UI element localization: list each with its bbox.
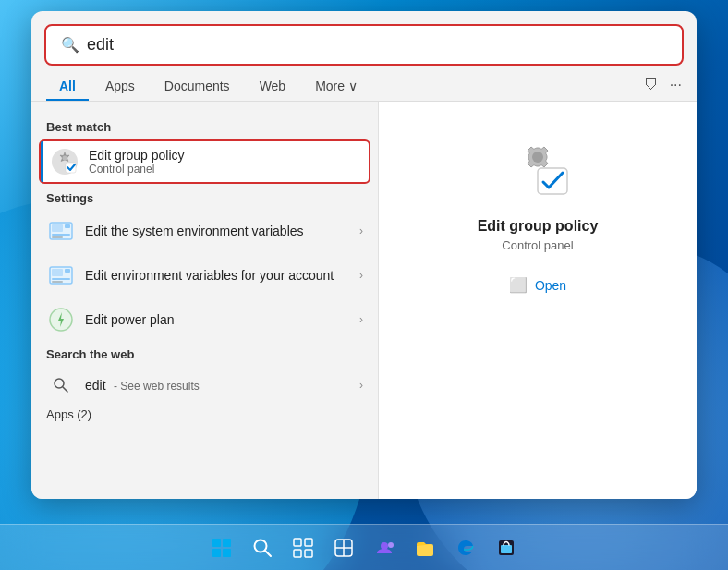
right-pane: Edit group policy Control panel ⬜ Open — [378, 102, 697, 499]
windows-logo-icon — [212, 538, 232, 558]
taskbar — [0, 524, 728, 570]
svg-point-16 — [532, 152, 543, 163]
system-env-icon — [46, 216, 76, 246]
svg-rect-7 — [52, 236, 63, 238]
search-bar[interactable]: 🔍 — [44, 24, 684, 66]
arrow-icon-1: › — [359, 224, 363, 237]
taskview-button[interactable] — [286, 531, 320, 564]
svg-rect-10 — [65, 269, 70, 273]
edge-button[interactable] — [449, 531, 482, 564]
svg-rect-11 — [52, 278, 70, 280]
best-match-subtitle: Control panel — [89, 163, 359, 176]
tab-documents[interactable]: Documents — [152, 73, 243, 101]
detail-title: Edit group policy — [478, 218, 599, 235]
tab-apps[interactable]: Apps — [92, 73, 148, 101]
settings-item-env-vars-title: Edit the system environment variables — [85, 224, 350, 238]
svg-line-23 — [265, 551, 271, 556]
web-search-text: edit - See web results — [85, 377, 350, 394]
settings-item-user-env-title: Edit environment variables for your acco… — [85, 268, 350, 283]
settings-item-power-plan-title: Edit power plan — [85, 312, 350, 327]
taskview-icon — [293, 538, 313, 558]
tabs-row: All Apps Documents Web More ∨ ⛉ ··· — [31, 66, 697, 102]
more-options-icon[interactable]: ··· — [670, 77, 682, 93]
apps-count: Apps (2) — [31, 406, 378, 432]
settings-item-env-vars[interactable]: Edit the system environment variables › — [31, 209, 378, 253]
svg-line-15 — [63, 387, 67, 392]
group-policy-detail-icon — [501, 129, 575, 203]
detail-subtitle: Control panel — [502, 238, 573, 252]
arrow-icon-web: › — [359, 379, 363, 392]
svg-point-32 — [388, 542, 394, 548]
web-search-icon — [46, 370, 76, 400]
explorer-icon — [415, 538, 435, 558]
settings-item-user-env[interactable]: Edit environment variables for your acco… — [31, 253, 378, 297]
left-pane: Best match Edit group polic — [31, 102, 378, 499]
search-panel: 🔍 All Apps Documents Web More ∨ ⛉ ··· Be… — [31, 11, 697, 499]
widgets-button[interactable] — [327, 531, 360, 564]
svg-rect-35 — [501, 545, 512, 553]
power-plan-icon — [46, 305, 76, 334]
widgets-icon — [334, 538, 354, 558]
svg-rect-25 — [305, 539, 312, 546]
settings-item-power-plan[interactable]: Edit power plan › — [31, 297, 378, 342]
teams-icon — [374, 538, 394, 558]
settings-item-power-plan-text: Edit power plan — [85, 312, 350, 327]
open-icon: ⬜ — [509, 276, 528, 294]
user-env-icon — [46, 261, 76, 290]
tab-all[interactable]: All — [46, 73, 89, 101]
svg-rect-18 — [212, 539, 221, 547]
search-taskbar-button[interactable] — [246, 531, 279, 564]
open-label: Open — [535, 278, 566, 293]
svg-rect-19 — [223, 539, 231, 547]
search-input[interactable] — [87, 35, 667, 55]
explorer-button[interactable] — [408, 531, 442, 564]
svg-rect-5 — [65, 224, 70, 228]
svg-rect-12 — [52, 281, 63, 283]
group-policy-icon — [50, 147, 79, 176]
tab-extra-icons: ⛉ ··· — [644, 77, 682, 97]
tab-web[interactable]: Web — [247, 73, 299, 101]
svg-rect-20 — [212, 549, 221, 557]
web-search-label: Search the web — [31, 342, 378, 365]
store-icon — [496, 538, 516, 558]
svg-rect-6 — [52, 234, 70, 236]
person-icon[interactable]: ⛉ — [644, 77, 659, 93]
store-button[interactable] — [490, 531, 523, 564]
best-match-title: Edit group policy — [89, 148, 359, 163]
open-action[interactable]: ⬜ Open — [500, 271, 576, 299]
main-content: Best match Edit group polic — [31, 102, 697, 499]
web-search-query: edit — [85, 378, 106, 393]
svg-rect-27 — [305, 550, 312, 557]
web-search-suffix: - See web results — [114, 380, 200, 393]
arrow-icon-3: › — [359, 313, 363, 326]
svg-point-31 — [381, 542, 388, 550]
best-match-label: Best match — [31, 115, 378, 138]
teams-button[interactable] — [368, 531, 401, 564]
search-taskbar-icon — [252, 538, 273, 558]
svg-rect-21 — [223, 549, 231, 557]
edge-icon — [455, 538, 476, 558]
svg-rect-4 — [52, 224, 63, 232]
search-icon: 🔍 — [61, 36, 79, 54]
svg-rect-33 — [417, 544, 433, 556]
arrow-icon-2: › — [359, 269, 363, 282]
tab-more[interactable]: More ∨ — [302, 73, 370, 101]
svg-rect-24 — [294, 539, 301, 546]
settings-label: Settings — [31, 186, 378, 209]
settings-item-user-env-text: Edit environment variables for your acco… — [85, 268, 350, 283]
svg-point-1 — [63, 156, 67, 161]
svg-rect-9 — [52, 269, 63, 276]
svg-rect-26 — [294, 550, 301, 557]
settings-item-env-vars-text: Edit the system environment variables — [85, 224, 350, 238]
web-search-item[interactable]: edit - See web results › — [31, 365, 378, 406]
best-match-item[interactable]: Edit group policy Control panel — [39, 139, 370, 184]
start-taskbar-button[interactable] — [205, 531, 238, 564]
best-match-text: Edit group policy Control panel — [89, 148, 359, 176]
detail-icon-container — [501, 129, 575, 203]
